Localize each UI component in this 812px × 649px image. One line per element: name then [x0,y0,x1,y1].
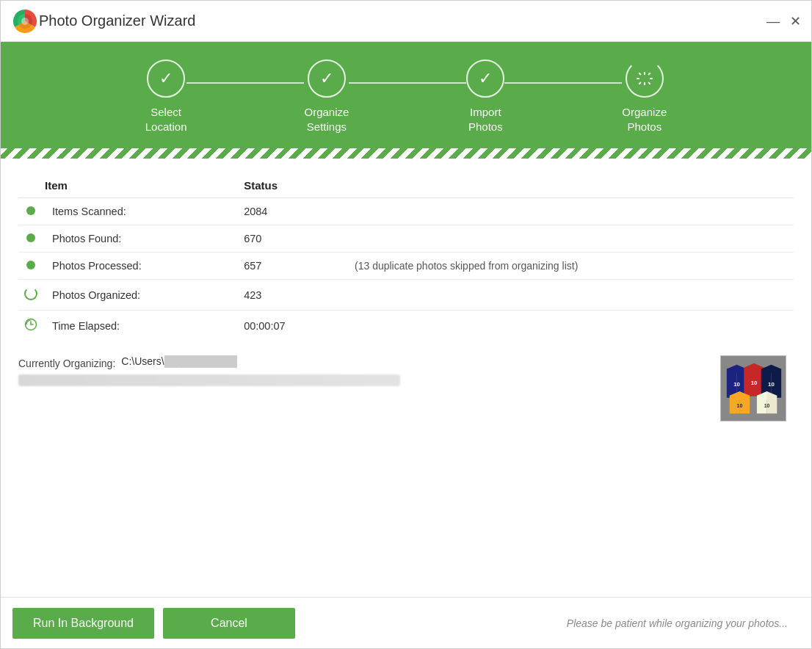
photo-thumbnail: 10 10 10 10 10 [720,355,786,421]
row-item-scanned: Items Scanned: [46,198,238,225]
row-icon-time [18,311,46,341]
step-label-2: OrganizeSettings [304,105,349,134]
row-item-processed: Photos Processed: [46,253,238,280]
organizing-details: Currently Organizing: C:\Users\█████████… [18,355,720,386]
step-circle-2: ✓ [308,59,346,98]
row-icon-scanned [18,198,46,225]
clock-icon [24,318,37,331]
jersey-svg: 10 10 10 10 10 [721,355,786,421]
row-status-processed: 657 [238,253,341,280]
svg-text:10: 10 [768,381,775,388]
spinner-icon [24,287,37,300]
organizing-label: Currently Organizing: [18,356,115,369]
window-controls: — ✕ [766,15,801,28]
dot-icon [26,261,35,269]
row-status-time: 00:00:07 [238,311,341,341]
svg-text:10: 10 [737,403,743,408]
row-status-found: 670 [238,225,341,253]
organizing-blur-path [18,374,400,386]
row-item-organized: Photos Organized: [46,280,238,311]
step-circle-1: ✓ [147,59,185,98]
minimize-button[interactable]: — [766,15,780,28]
step-label-3: ImportPhotos [468,105,503,134]
zigzag-divider [1,148,811,159]
row-status-organized: 423 [238,280,341,311]
row-icon-organized [18,280,46,311]
row-icon-processed [18,253,46,280]
step-select-location: ✓ SelectLocation [145,59,187,134]
cancel-button[interactable]: Cancel [163,608,295,639]
table-row: Time Elapsed: 00:00:07 [18,311,794,341]
step-label-1: SelectLocation [145,105,187,134]
step-wrapper-4: OrganizePhotos [622,59,667,134]
step-organize-photos: OrganizePhotos [622,59,667,134]
step-circle-3: ✓ [466,59,504,98]
dot-icon [26,206,35,215]
table-row: Photos Organized: 423 [18,280,794,311]
step-connector-1 [186,82,304,84]
row-item-time: Time Elapsed: [46,311,238,341]
main-content: Item Status Items Scanned: 2084 Photos F [1,159,811,448]
close-button[interactable]: ✕ [790,15,801,28]
col-status-header: Status [238,173,341,198]
step-wrapper-1: ✓ SelectLocation [145,59,305,134]
bottom-bar: Run In Background Cancel Please be patie… [1,597,811,648]
col-item-header: Item [18,173,238,198]
table-row: Photos Processed: 657 (13 duplicate phot… [18,253,794,280]
step-wrapper-2: ✓ OrganizeSettings [304,59,466,134]
svg-text:10: 10 [733,381,740,388]
row-icon-found [18,225,46,253]
step-label-4: OrganizePhotos [622,105,667,134]
app-logo [11,7,39,35]
row-item-found: Photos Found: [46,225,238,253]
run-in-background-button[interactable]: Run In Background [12,608,154,639]
status-message: Please be patient while organizing your … [567,617,788,629]
wizard-steps: ✓ SelectLocation ✓ OrganizeSettings ✓ Im… [1,42,811,148]
status-table: Item Status Items Scanned: 2084 Photos F [18,173,794,341]
step-import-photos: ✓ ImportPhotos [466,59,504,134]
dot-icon [26,233,35,242]
organizing-path: C:\Users\██████████ [121,355,237,367]
row-note-processed: (13 duplicate photos skipped from organi… [341,253,794,280]
svg-text:10: 10 [764,403,770,408]
step-connector-3 [504,82,622,84]
organizing-section: Currently Organizing: C:\Users\█████████… [18,355,794,421]
row-status-scanned: 2084 [238,198,341,225]
step-connector-2 [349,82,466,84]
title-bar: Photo Organizer Wizard — ✕ [1,1,811,42]
app-title: Photo Organizer Wizard [39,12,766,29]
step-circle-4 [626,59,664,98]
step-organize-settings: ✓ OrganizeSettings [304,59,349,134]
svg-text:10: 10 [751,380,758,386]
step-wrapper-3: ✓ ImportPhotos [466,59,622,134]
table-row: Photos Found: 670 [18,225,794,253]
table-row: Items Scanned: 2084 [18,198,794,225]
